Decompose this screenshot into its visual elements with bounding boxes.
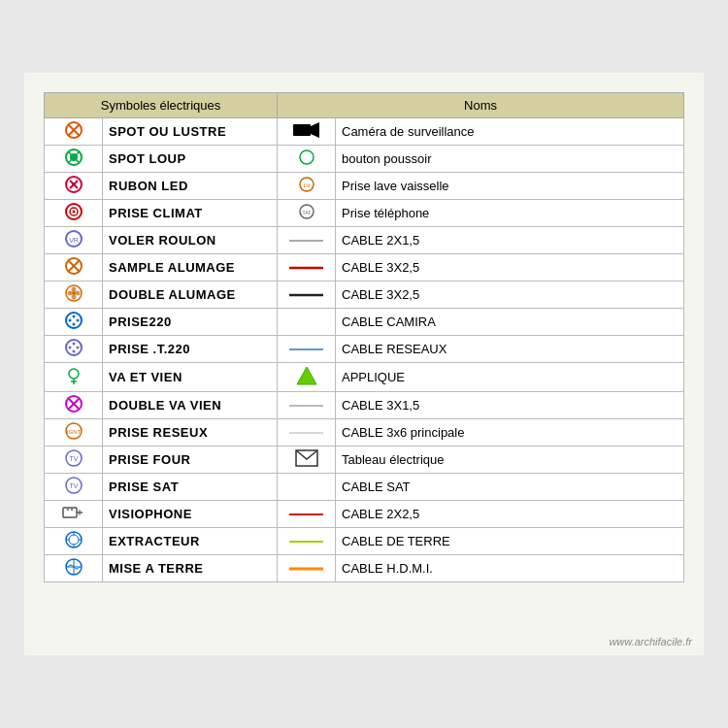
left-icon <box>45 392 103 419</box>
left-header: Symboles électriques <box>45 93 278 118</box>
right-icon <box>278 146 336 173</box>
svg-text:TV: TV <box>69 482 78 489</box>
right-icon <box>278 474 336 501</box>
table-row: DOUBLE ALUMAGE CABLE 3X2,5 <box>45 281 684 309</box>
table-row: MISE A TERRE CABLE H.D.M.I. <box>45 555 684 582</box>
left-icon <box>45 555 103 582</box>
table-row: PRISE .T.220 CABLE RESEAUX <box>45 336 684 363</box>
left-icon <box>45 501 103 528</box>
table-row: SAMPLE ALUMAGE CABLE 3X2,5 <box>45 254 684 281</box>
right-label: CABLE H.D.M.I. <box>336 555 684 582</box>
svg-rect-3 <box>293 124 311 136</box>
svg-point-31 <box>71 295 76 300</box>
svg-point-9 <box>300 150 314 164</box>
svg-point-40 <box>66 340 82 355</box>
left-label: PRISE FOUR <box>103 447 278 474</box>
left-label: PRISE SAT <box>103 474 278 501</box>
right-label: CABLE 3X2,5 <box>336 254 684 281</box>
right-icon <box>278 528 336 555</box>
left-label: SPOT OU LUSTRE <box>103 118 278 146</box>
right-icon <box>278 363 336 392</box>
right-icon <box>278 447 336 474</box>
left-icon: TV <box>45 447 103 474</box>
table-row: SPOT OU LUSTRE Caméra de surveillance <box>45 118 684 146</box>
svg-point-30 <box>75 291 80 296</box>
right-label: Prise lave vaisselle <box>336 173 684 200</box>
left-label: RUBON LED <box>103 173 278 200</box>
right-icon <box>278 309 336 336</box>
svg-point-33 <box>72 291 76 295</box>
symbols-table: Symboles électriques Noms SPOT OU LUSTRE… <box>44 92 684 582</box>
right-icon <box>278 392 336 419</box>
left-label: DOUBLE VA VIEN <box>103 392 278 419</box>
left-icon <box>45 336 103 363</box>
table-row: EXTRACTEUR CABLE DE TERRE <box>45 528 684 555</box>
right-icon <box>278 501 336 528</box>
left-label: SAMPLE ALUMAGE <box>103 254 278 281</box>
svg-point-18 <box>72 211 75 214</box>
table-row: VA ET VIEN APPLIQUE <box>45 363 684 392</box>
right-label: CABLE RESEAUX <box>336 336 684 363</box>
svg-point-13 <box>72 182 76 186</box>
table-row: RUBON LED LV Prise lave vaisselle <box>45 173 684 200</box>
right-label: CABLE 3X2,5 <box>336 281 684 309</box>
svg-point-43 <box>72 350 75 353</box>
svg-text:IGNT: IGNT <box>66 429 81 435</box>
left-label: SPOT LOUP <box>103 146 278 173</box>
svg-point-69 <box>69 535 79 545</box>
svg-text:VR: VR <box>69 237 79 244</box>
svg-point-41 <box>72 343 75 346</box>
svg-text:TAF: TAF <box>302 210 311 215</box>
svg-text:LV: LV <box>303 182 310 188</box>
table-row: PRISE220CABLE CAMIRA <box>45 309 684 336</box>
svg-point-32 <box>67 291 72 296</box>
left-label: PRISE220 <box>103 309 278 336</box>
svg-point-29 <box>71 287 76 292</box>
left-icon <box>45 528 103 555</box>
right-label: CABLE 3X1,5 <box>336 392 684 419</box>
watermark: www.archifacile.fr <box>609 636 692 647</box>
left-icon: TV <box>45 474 103 501</box>
svg-rect-62 <box>63 508 77 517</box>
table-row: TV PRISE SATCABLE SAT <box>45 474 684 501</box>
svg-point-46 <box>69 369 79 379</box>
left-icon <box>45 254 103 281</box>
page-container: Symboles électriques Noms SPOT OU LUSTRE… <box>24 73 704 655</box>
table-row: DOUBLE VA VIEN CABLE 3X1,5 <box>45 392 684 419</box>
left-icon: IGNT <box>45 419 103 447</box>
svg-marker-49 <box>297 367 316 384</box>
right-icon <box>278 419 336 447</box>
right-label: Prise téléphone <box>336 200 684 227</box>
left-icon <box>45 363 103 392</box>
right-icon <box>278 118 336 146</box>
left-label: EXTRACTEUR <box>103 528 278 555</box>
svg-point-38 <box>72 323 75 326</box>
right-label: CABLE CAMIRA <box>336 309 684 336</box>
table-row: TV PRISE FOUR Tableau électrique <box>45 447 684 474</box>
left-icon <box>45 281 103 309</box>
right-label: CABLE DE TERRE <box>336 528 684 555</box>
table-row: PRISE CLIMAT TAF Prise téléphone <box>45 200 684 227</box>
svg-point-44 <box>68 347 71 349</box>
right-label: APPLIQUE <box>336 363 684 392</box>
right-label: CABLE 3x6 principale <box>336 419 684 447</box>
left-label: DOUBLE ALUMAGE <box>103 281 278 309</box>
svg-marker-4 <box>311 122 319 138</box>
table-row: VISIOPHONE CABLE 2X2,5 <box>45 501 684 528</box>
right-icon: TAF <box>278 200 336 227</box>
right-header: Noms <box>278 93 684 118</box>
left-label: VA ET VIEN <box>103 363 278 392</box>
right-label: CABLE 2X2,5 <box>336 501 684 528</box>
right-icon: LV <box>278 173 336 200</box>
left-label: PRISE RESEUX <box>103 419 278 447</box>
svg-point-35 <box>66 313 82 328</box>
left-label: MISE A TERRE <box>103 555 278 582</box>
svg-text:TV: TV <box>69 455 78 462</box>
right-label: CABLE 2X1,5 <box>336 227 684 254</box>
right-icon <box>278 336 336 363</box>
left-icon: VR <box>45 227 103 254</box>
right-label: bouton poussoir <box>336 146 684 173</box>
left-icon <box>45 309 103 336</box>
right-icon <box>278 254 336 281</box>
left-label: PRISE CLIMAT <box>103 200 278 227</box>
